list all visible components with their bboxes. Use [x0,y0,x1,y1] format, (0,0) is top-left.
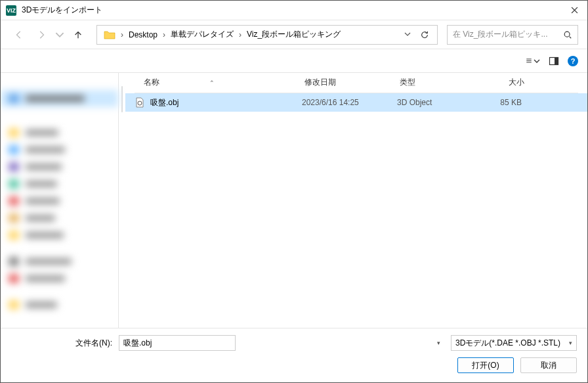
list-icon [526,56,532,66]
help-button[interactable]: ? [568,56,578,66]
column-headers: 名称 ⌃ 修改日期 类型 大小 [125,73,587,93]
svg-point-0 [564,32,570,37]
button-row: 打开(O) 取消 [11,357,577,373]
toolbar: ? [1,49,587,73]
titlebar: VIZ 3Dモデルをインポート [1,1,587,20]
app-icon: VIZ [6,5,16,16]
filename-label: 文件名(N): [75,338,112,349]
file-date: 2023/6/16 14:25 [302,98,397,107]
close-button[interactable] [561,1,587,20]
back-button[interactable] [10,26,28,44]
search-placeholder: 在 Viz_段ボール箱ピッキ... [453,29,560,40]
chevron-down-icon: ▾ [437,340,440,346]
file-name: 吸盤.obj [150,97,302,108]
sort-indicator-icon: ⌃ [209,79,215,86]
file-size: 85 KB [476,98,522,107]
search-icon [563,30,572,39]
column-size[interactable]: 大小 [478,77,524,88]
preview-pane-button[interactable] [547,54,561,68]
breadcrumb-folder-2[interactable]: Viz_段ボール箱ピッキング [243,29,345,40]
breadcrumb-desktop[interactable]: Desktop [125,30,161,39]
svg-rect-2 [555,57,558,64]
refresh-icon [420,30,429,39]
chevron-right-icon: › [119,30,125,39]
splitter[interactable] [119,73,125,328]
arrow-left-icon [14,30,24,39]
dialog-window: VIZ 3Dモデルをインポート › Desktop › 単載デパレタイズ › [0,0,588,383]
file-icon [135,97,145,108]
search-input[interactable]: 在 Viz_段ボール箱ピッキ... [447,25,578,45]
sidebar[interactable] [1,73,119,328]
breadcrumb-folder-1[interactable]: 単載デパレタイズ [167,29,238,40]
filetype-select[interactable]: 3Dモデル(*.DAE *.OBJ *.STL) ▾ [451,335,577,351]
cancel-button[interactable]: 取消 [520,357,577,373]
recent-button[interactable] [54,26,65,44]
preview-pane-icon [549,56,559,66]
open-button[interactable]: 打开(O) [457,357,514,373]
arrow-right-icon [37,30,46,39]
body: 名称 ⌃ 修改日期 类型 大小 吸盤.obj 2023/6/16 14:25 3… [1,73,587,328]
up-button[interactable] [69,26,87,44]
breadcrumb-dropdown[interactable] [400,30,415,39]
chevron-down-icon: ▾ [569,340,572,346]
file-pane: 名称 ⌃ 修改日期 类型 大小 吸盤.obj 2023/6/16 14:25 3… [125,73,587,328]
chevron-down-icon [534,56,540,66]
folder-icon [104,30,116,39]
column-type[interactable]: 类型 [400,77,478,88]
forward-button[interactable] [32,26,51,44]
chevron-down-icon [55,30,64,39]
close-icon [571,7,578,14]
filename-row: 文件名(N): ▾ 3Dモデル(*.DAE *.OBJ *.STL) ▾ [11,335,577,351]
arrow-up-icon [74,30,83,39]
view-mode-button[interactable] [526,54,540,68]
filename-input[interactable] [119,335,236,351]
chevron-down-icon [404,31,411,37]
navbar: › Desktop › 単載デパレタイズ › Viz_段ボール箱ピッキング 在 … [1,20,587,49]
chevron-right-icon: › [161,30,167,39]
window-title: 3Dモデルをインポート [22,5,561,16]
chevron-right-icon: › [238,30,243,39]
breadcrumb-bar[interactable]: › Desktop › 単載デパレタイズ › Viz_段ボール箱ピッキング [96,25,438,45]
refresh-button[interactable] [415,26,434,44]
file-row[interactable]: 吸盤.obj 2023/6/16 14:25 3D Object 85 KB [125,93,587,112]
footer: 文件名(N): ▾ 3Dモデル(*.DAE *.OBJ *.STL) ▾ 打开(… [1,328,587,382]
column-date[interactable]: 修改日期 [304,77,400,88]
file-type: 3D Object [397,98,476,107]
column-name[interactable]: 名称 ⌃ [144,77,304,88]
